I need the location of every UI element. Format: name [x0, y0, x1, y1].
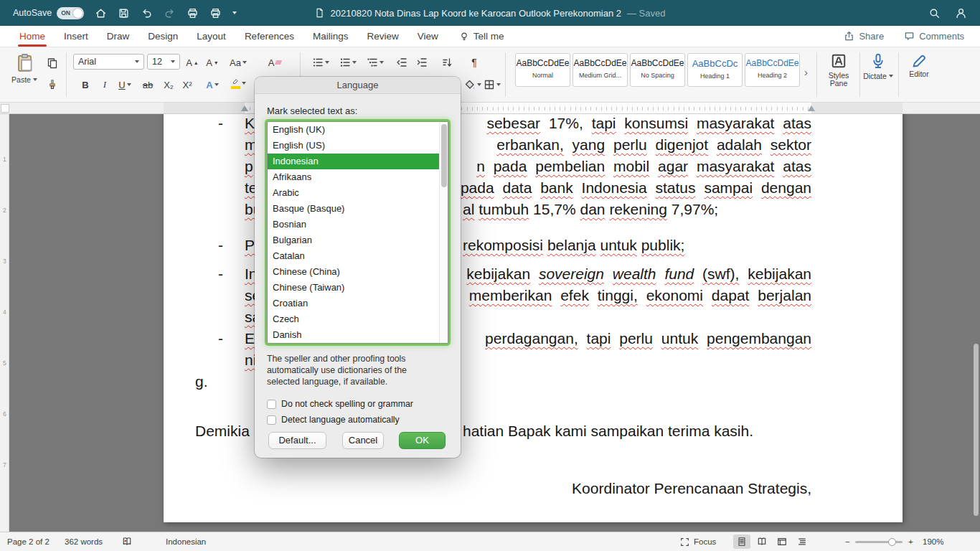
language-option[interactable]: Bulgarian	[268, 232, 448, 248]
italic-button[interactable]: I	[97, 76, 113, 93]
right-indent-marker[interactable]	[808, 105, 815, 111]
grow-font-button[interactable]: A▲	[184, 54, 200, 71]
bullets-button[interactable]	[310, 54, 331, 71]
decrease-indent-button[interactable]	[394, 54, 410, 71]
strikethrough-button[interactable]: ab	[140, 76, 156, 93]
change-case-button[interactable]: Aa	[227, 54, 250, 71]
highlight-button[interactable]	[227, 75, 249, 92]
language-option[interactable]: Catalan	[268, 248, 448, 264]
page-indicator[interactable]: Page 2 of 2	[7, 532, 50, 551]
default-button[interactable]: Default...	[268, 432, 326, 449]
style-chip-normal[interactable]: AaBbCcDdEeNormal	[515, 53, 570, 87]
tab-design[interactable]: Design	[138, 26, 187, 47]
ok-button[interactable]: OK	[399, 432, 446, 449]
tab-review[interactable]: Review	[357, 26, 407, 47]
shrink-font-button[interactable]: A▼	[204, 54, 220, 71]
tab-insert[interactable]: Insert	[55, 26, 98, 47]
format-painter-button[interactable]	[44, 76, 60, 93]
word-count[interactable]: 362 words	[65, 532, 103, 551]
language-option[interactable]: Chinese (China)	[268, 264, 448, 280]
ruler-number: 2	[3, 207, 6, 214]
vertical-scrollbar-thumb[interactable]	[974, 344, 979, 516]
subscript-button[interactable]: X₂	[161, 76, 176, 93]
language-option[interactable]: Bosnian	[268, 217, 448, 232]
zoom-slider-knob[interactable]	[888, 538, 896, 546]
save-icon[interactable]	[118, 7, 130, 19]
language-option[interactable]: Afrikaans	[268, 169, 448, 185]
undo-icon[interactable]	[141, 7, 153, 19]
clear-formatting-button[interactable]: A	[267, 54, 283, 71]
tab-layout[interactable]: Layout	[187, 26, 235, 47]
tab-home[interactable]: Home	[10, 26, 55, 47]
styles-gallery-more-button[interactable]: ›	[804, 66, 808, 78]
shading-button[interactable]	[463, 76, 483, 93]
editor-button[interactable]: Editor	[901, 52, 937, 78]
tab-draw[interactable]: Draw	[98, 26, 139, 47]
language-listbox[interactable]: English (UK) English (US) Indonesian Afr…	[267, 121, 448, 344]
show-paragraph-marks-button[interactable]: ¶	[466, 54, 482, 71]
style-chip-no-spacing[interactable]: AaBbCcDdEeNo Spacing	[630, 53, 685, 87]
checkbox-no-spell-check[interactable]: Do not check spelling or grammar	[267, 399, 413, 409]
increase-indent-button[interactable]	[414, 54, 430, 71]
search-icon[interactable]	[928, 7, 941, 19]
list-scrollbar[interactable]	[439, 122, 448, 343]
proofing-status-icon[interactable]	[122, 532, 132, 551]
language-option[interactable]: Chinese (Taiwan)	[268, 280, 448, 296]
language-indicator[interactable]: Indonesian	[166, 532, 206, 551]
left-indent-marker[interactable]	[241, 105, 248, 111]
view-print-layout-button[interactable]	[733, 534, 750, 549]
copy-button[interactable]	[44, 55, 60, 72]
zoom-in-button[interactable]: +	[908, 532, 913, 551]
underline-button[interactable]: U	[115, 76, 135, 93]
account-icon[interactable]	[955, 7, 967, 19]
home-icon[interactable]	[95, 7, 107, 19]
view-outline-button[interactable]	[793, 534, 811, 549]
language-option[interactable]: Danish	[268, 327, 448, 343]
checkbox-detect-language[interactable]: Detect language automatically	[267, 415, 400, 425]
zoom-slider[interactable]	[855, 541, 903, 543]
font-size-combo[interactable]: 12	[147, 54, 180, 70]
numbering-button[interactable]	[337, 54, 359, 71]
text-effects-button[interactable]: A	[202, 76, 223, 93]
language-option[interactable]: Basque (Basque)	[268, 201, 448, 217]
superscript-button[interactable]: X²	[179, 76, 195, 93]
comments-button[interactable]: Comments	[904, 31, 964, 42]
autosave-toggle[interactable]: ON	[57, 7, 84, 19]
language-option[interactable]: English (UK)	[268, 122, 448, 138]
bold-button[interactable]: B	[77, 76, 93, 93]
quick-print-icon[interactable]	[209, 7, 222, 19]
tab-mailings[interactable]: Mailings	[303, 26, 358, 47]
share-button[interactable]: Share	[844, 31, 884, 42]
language-option[interactable]: English (US)	[268, 138, 448, 154]
tab-selector[interactable]	[1, 104, 9, 113]
language-option[interactable]: Croatian	[268, 296, 448, 311]
vertical-ruler[interactable]: 1 2 3 4 5 6 7	[0, 114, 9, 532]
language-option[interactable]: Czech	[268, 311, 448, 327]
tab-references[interactable]: References	[235, 26, 303, 47]
tab-view[interactable]: View	[408, 26, 448, 47]
styles-pane-button[interactable]: Styles Pane	[819, 52, 858, 88]
print-icon[interactable]	[187, 7, 199, 19]
tell-me-button[interactable]: Tell me	[448, 31, 504, 42]
zoom-level[interactable]: 190%	[923, 532, 943, 551]
redo-icon[interactable]	[164, 7, 176, 19]
view-read-mode-button[interactable]	[753, 534, 771, 549]
cancel-button[interactable]: Cancel	[342, 432, 384, 449]
list-scrollbar-thumb[interactable]	[441, 124, 447, 187]
multilevel-list-button[interactable]	[364, 54, 386, 71]
horizontal-ruler[interactable]	[0, 103, 980, 114]
paste-button[interactable]: Paste	[7, 52, 42, 84]
font-name-combo[interactable]: Arial	[73, 54, 144, 70]
zoom-out-button[interactable]: −	[845, 532, 850, 551]
style-chip-heading1[interactable]: AaBbCcDcHeading 1	[687, 53, 743, 87]
sort-button[interactable]	[439, 54, 455, 71]
dictate-button[interactable]: Dictate	[861, 52, 895, 80]
borders-button[interactable]	[482, 76, 502, 93]
language-option-selected[interactable]: Indonesian	[268, 154, 448, 169]
style-chip-medium-grid[interactable]: AaBbCcDdEeMedium Grid...	[573, 53, 628, 87]
style-chip-heading2[interactable]: AaBbCcDdEeHeading 2	[745, 53, 800, 87]
toolbar-options-chevron-icon[interactable]	[232, 11, 237, 14]
language-option[interactable]: Arabic	[268, 185, 448, 201]
view-web-layout-button[interactable]	[773, 534, 791, 549]
focus-mode-button[interactable]: Focus	[680, 532, 716, 551]
